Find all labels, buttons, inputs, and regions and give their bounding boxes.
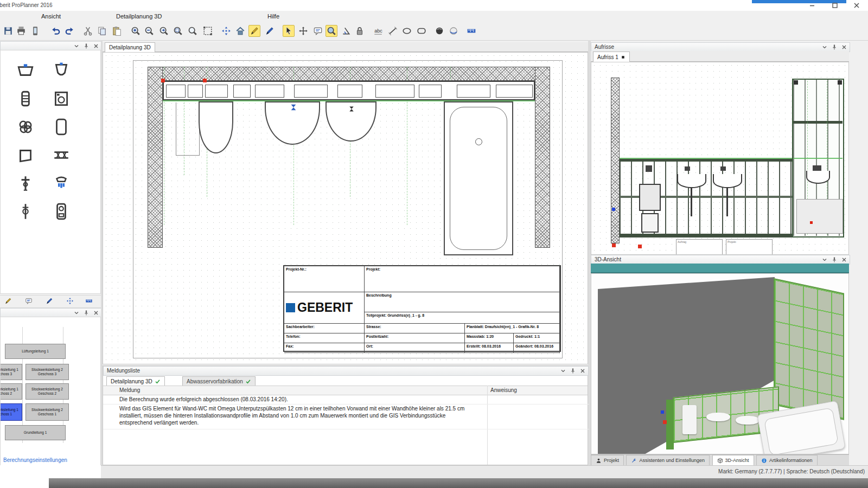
aufriss-canvas[interactable]: Auftrag Projekt	[591, 62, 849, 255]
render-sphere-light-button[interactable]	[448, 25, 459, 37]
comment-button[interactable]	[312, 25, 324, 37]
valve-icon[interactable]	[15, 202, 36, 221]
message-row[interactable]: Die Berechnung wurde erfolgreich abgesch…	[103, 395, 589, 404]
radiator-icon[interactable]	[15, 89, 36, 108]
dimension-ellipse-button[interactable]	[401, 25, 413, 37]
zoom-all-button[interactable]	[172, 25, 184, 37]
berechnungseinstellungen-link[interactable]: Berechnungseinstellungen	[3, 457, 67, 463]
boiler-icon[interactable]	[50, 202, 72, 221]
tab-projekt[interactable]: Projekt	[591, 455, 624, 465]
pin-icon[interactable]	[831, 44, 838, 50]
pin-icon[interactable]	[83, 310, 90, 316]
structure-node-base[interactable]: Grundleitung 1	[5, 425, 66, 440]
chevron-down-icon[interactable]	[73, 310, 80, 316]
dimension-text-button[interactable]: abc	[372, 25, 384, 37]
maximize-button[interactable]	[828, 1, 842, 10]
ruler-button[interactable]	[465, 25, 477, 37]
zoom-previous-button[interactable]	[158, 25, 170, 37]
structure-node-vent[interactable]: Lüftungsleitung 1	[5, 344, 66, 359]
chevron-down-icon[interactable]	[73, 43, 80, 49]
pipe-fitting-icon[interactable]	[50, 146, 72, 164]
device-export-button[interactable]	[29, 25, 41, 37]
pin-icon[interactable]	[83, 43, 90, 49]
valve-symbol-dark[interactable]	[348, 105, 355, 113]
zoom-in-button[interactable]	[130, 25, 142, 37]
sink-side-icon[interactable]	[15, 146, 36, 164]
zoom-out-button[interactable]	[143, 25, 155, 37]
pin-icon[interactable]	[570, 368, 576, 374]
copy-button[interactable]	[96, 25, 108, 37]
zoom-region-button[interactable]	[202, 25, 214, 37]
pan-button[interactable]	[220, 25, 232, 37]
dimension-line-button[interactable]	[387, 25, 399, 37]
structure-node-selected[interactable]: Stockwerksleitung 1Geschoss 1	[0, 403, 22, 421]
move-button[interactable]	[297, 25, 309, 37]
structure-node[interactable]: Stockwerksleitung 1Geschoss 2	[0, 383, 22, 400]
plan-canvas[interactable]: Projekt-Nr.: Projekt: GEBERIT Beschreibu…	[103, 52, 588, 364]
menu-detailplanung-3d[interactable]: Detailplanung 3D	[116, 13, 162, 20]
pen-blue-tool-icon[interactable]	[44, 296, 54, 306]
close-icon[interactable]	[93, 310, 99, 316]
installation-wall-strip[interactable]	[163, 81, 535, 100]
shower-icon[interactable]	[50, 174, 72, 192]
3d-viewport[interactable]	[591, 273, 849, 454]
select-cursor-button-active[interactable]	[283, 25, 295, 37]
washing-machine-icon[interactable]	[50, 89, 72, 108]
pen-tool-icon[interactable]	[3, 296, 13, 306]
save-button[interactable]	[2, 25, 14, 37]
undo-button[interactable]	[50, 25, 62, 37]
pin-icon[interactable]	[831, 256, 838, 263]
tab-detailplanung-3d[interactable]: Detailplanung 3D	[105, 42, 155, 52]
comment-tool-icon[interactable]	[24, 296, 34, 306]
close-icon[interactable]	[93, 43, 99, 49]
partition-outline[interactable]	[176, 102, 200, 156]
group-lock-button[interactable]	[354, 25, 366, 37]
3d-view-toolbar[interactable]	[591, 264, 849, 273]
render-sphere-dark-button[interactable]	[433, 25, 445, 37]
tab-aufriss-1[interactable]: Aufriss 1	[593, 52, 630, 62]
message-row[interactable]: Wird das GIS Element für Wand-WC mit Ome…	[103, 404, 589, 429]
structure-node[interactable]: Stockwerksleitung 1Geschoss 3	[0, 364, 22, 380]
ruler-tool-icon[interactable]	[84, 296, 94, 306]
close-icon[interactable]	[841, 256, 847, 263]
draw-pen-button-active[interactable]	[248, 25, 260, 37]
structure-node[interactable]: Stockwerksleitung 2Geschoss 1	[25, 403, 69, 421]
tab-3d-ansicht[interactable]: 3D-Ansicht	[712, 455, 754, 465]
mixer-icon[interactable]	[15, 118, 36, 136]
close-icon[interactable]	[579, 368, 586, 374]
pan-tool-icon[interactable]	[65, 296, 75, 306]
dimension-rect-button[interactable]	[416, 25, 427, 37]
selection-handle[interactable]	[203, 79, 207, 82]
structure-node[interactable]: Stockwerksleitung 2Geschoss 3	[25, 364, 69, 380]
hydrant-icon[interactable]	[15, 174, 36, 192]
chevron-down-icon[interactable]	[821, 256, 828, 263]
urinal-icon[interactable]	[50, 61, 72, 80]
close-button[interactable]	[850, 1, 864, 10]
washbasin-icon[interactable]	[15, 61, 36, 80]
menu-hilfe[interactable]: Hilfe	[267, 13, 279, 20]
minimize-button[interactable]	[805, 1, 819, 10]
find-highlight-button-active[interactable]	[326, 25, 337, 37]
structure-node[interactable]: Stockwerksleitung 2Geschoss 2	[25, 383, 69, 400]
messages-tab-abwasser[interactable]: Abwasservorfabrikation	[182, 376, 256, 386]
zoom-window-button[interactable]	[187, 25, 199, 37]
tab-assistenten[interactable]: Assistenten und Einstellungen	[626, 455, 710, 465]
bathtub-icon[interactable]	[50, 118, 72, 136]
bathtub-fixture[interactable]	[444, 101, 513, 255]
paste-button[interactable]	[111, 25, 123, 37]
print-button[interactable]	[15, 25, 27, 37]
messages-tab-detailplanung[interactable]: Detailplanung 3D	[106, 376, 165, 386]
chevron-down-icon[interactable]	[560, 368, 566, 374]
redo-button[interactable]	[63, 25, 75, 37]
tab-artikelinformationen[interactable]: Artikelinformationen	[756, 455, 818, 465]
home-view-button[interactable]	[234, 25, 246, 37]
measure-angle-button[interactable]	[340, 25, 352, 37]
selection-handle[interactable]	[161, 79, 165, 82]
chevron-down-icon[interactable]	[821, 44, 828, 50]
cut-button[interactable]	[82, 25, 94, 37]
valve-symbol-blue[interactable]	[290, 102, 297, 112]
menu-ansicht[interactable]: Ansicht	[41, 13, 61, 20]
tab-close-icon[interactable]	[621, 55, 626, 60]
close-icon[interactable]	[841, 44, 847, 50]
draw-pen-blue-button[interactable]	[264, 25, 276, 37]
